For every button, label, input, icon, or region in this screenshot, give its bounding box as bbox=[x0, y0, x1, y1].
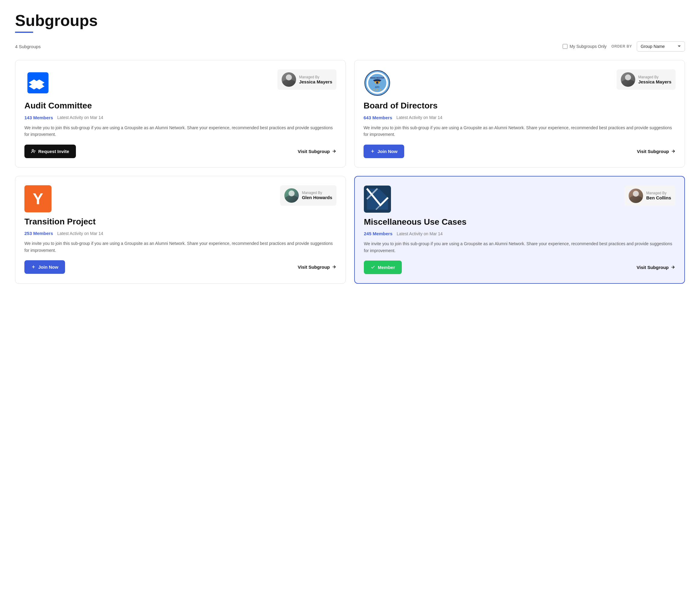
visit-subgroup-label: Visit Subgroup bbox=[298, 149, 330, 154]
card-meta: 643 Members Latest Activity on Mar 14 bbox=[363, 115, 676, 120]
subgroup-count: 4 Subgroups bbox=[15, 44, 41, 49]
manager-label: Managed By bbox=[302, 191, 332, 195]
arrow-right-icon bbox=[671, 149, 676, 154]
manager-label: Managed By bbox=[646, 191, 671, 195]
visit-subgroup-label: Visit Subgroup bbox=[298, 264, 330, 270]
join-now-button[interactable]: Join Now bbox=[24, 260, 65, 274]
my-subgroups-label-text: My Subgroups Only bbox=[570, 44, 607, 49]
member-button[interactable]: Member bbox=[364, 261, 402, 274]
card-miscellaneous-use-cases: BC Managed By Ben Collins Miscellaneous … bbox=[354, 176, 685, 284]
request-invite-button[interactable]: Request Invite bbox=[24, 145, 76, 158]
visit-subgroup-label: Visit Subgroup bbox=[637, 149, 669, 154]
title-underline bbox=[15, 31, 33, 33]
last-activity: Latest Activity on Mar 14 bbox=[396, 115, 442, 120]
svg-point-6 bbox=[32, 149, 33, 151]
card-description: We invite you to join this sub-group if … bbox=[364, 240, 675, 254]
manager-badge: BC Managed By Ben Collins bbox=[624, 186, 675, 206]
manager-badge: GH Managed By Glen Howards bbox=[280, 185, 337, 206]
visit-subgroup-button[interactable]: Visit Subgroup bbox=[637, 265, 675, 270]
my-subgroups-checkbox[interactable] bbox=[563, 44, 567, 49]
visit-subgroup-label: Visit Subgroup bbox=[637, 265, 669, 270]
card-top: MANCHESTER CITY ★ ★ ★ JM Managed By Jess… bbox=[363, 69, 676, 96]
visit-subgroup-button[interactable]: Visit Subgroup bbox=[298, 264, 337, 270]
card-title: Board of Directors bbox=[363, 101, 676, 111]
manager-info: Managed By Ben Collins bbox=[646, 191, 671, 200]
manager-badge: JM Managed By Jessica Mayers bbox=[617, 69, 676, 90]
card-audit-committee: JM Managed By Jessica Mayers Audit Commi… bbox=[15, 60, 346, 167]
card-board-of-directors: MANCHESTER CITY ★ ★ ★ JM Managed By Jess… bbox=[354, 60, 685, 167]
card-meta: 143 Members Latest Activity on Mar 14 bbox=[24, 115, 337, 120]
members-count: 253 Members bbox=[24, 231, 53, 236]
manager-name: Jessica Mayers bbox=[299, 79, 332, 84]
toolbar-right: My Subgroups Only ORDER BY Group Name Me… bbox=[563, 41, 685, 52]
visit-subgroup-button[interactable]: Visit Subgroup bbox=[637, 149, 676, 154]
manager-name: Ben Collins bbox=[646, 195, 671, 200]
manager-info: Managed By Jessica Mayers bbox=[299, 75, 332, 84]
order-by-select[interactable]: Group Name Members Count Latest Activity bbox=[637, 41, 685, 52]
card-top: BC Managed By Ben Collins bbox=[364, 186, 675, 213]
manager-label: Managed By bbox=[299, 75, 332, 79]
join-now-label: Join Now bbox=[377, 149, 398, 154]
manager-info: Managed By Glen Howards bbox=[302, 191, 332, 200]
last-activity: Latest Activity on Mar 14 bbox=[57, 115, 103, 120]
person-add-icon bbox=[31, 149, 36, 154]
cards-grid: JM Managed By Jessica Mayers Audit Commi… bbox=[15, 60, 685, 284]
manager-name: Jessica Mayers bbox=[638, 79, 672, 84]
svg-text:MANCHESTER: MANCHESTER bbox=[370, 77, 384, 79]
members-count: 245 Members bbox=[364, 231, 393, 236]
plus-icon bbox=[31, 264, 36, 269]
card-top: Y GH Managed By Glen Howards bbox=[24, 185, 337, 212]
svg-point-15 bbox=[376, 81, 378, 84]
visit-subgroup-button[interactable]: Visit Subgroup bbox=[298, 149, 337, 154]
members-count: 643 Members bbox=[363, 115, 392, 120]
card-actions: Join Now Visit Subgroup bbox=[363, 145, 676, 158]
card-actions: Member Visit Subgroup bbox=[364, 261, 675, 274]
page-title: Subgroups bbox=[15, 12, 685, 29]
plus-icon bbox=[370, 149, 375, 154]
group-logo-board-of-directors: MANCHESTER CITY ★ ★ ★ bbox=[363, 69, 391, 96]
svg-text:★ ★ ★: ★ ★ ★ bbox=[372, 88, 381, 91]
member-label: Member bbox=[378, 265, 395, 270]
card-title: Miscellaneous Use Cases bbox=[364, 217, 675, 227]
group-logo-miscellaneous-use-cases bbox=[364, 186, 391, 213]
card-meta: 245 Members Latest Activity on Mar 14 bbox=[364, 231, 675, 236]
card-description: We invite you to join this sub-group if … bbox=[363, 124, 676, 138]
card-actions: Join Now Visit Subgroup bbox=[24, 260, 337, 274]
request-invite-label: Request Invite bbox=[38, 149, 69, 154]
group-logo-audit-committee bbox=[24, 69, 52, 96]
order-by-label: ORDER BY bbox=[612, 44, 632, 49]
join-now-label: Join Now bbox=[38, 264, 58, 270]
manager-info: Managed By Jessica Mayers bbox=[638, 75, 672, 84]
toolbar: 4 Subgroups My Subgroups Only ORDER BY G… bbox=[15, 41, 685, 52]
my-subgroups-toggle[interactable]: My Subgroups Only bbox=[563, 44, 607, 49]
card-description: We invite you to join this sub-group if … bbox=[24, 124, 337, 138]
arrow-right-icon bbox=[671, 265, 675, 270]
card-meta: 253 Members Latest Activity on Mar 14 bbox=[24, 231, 337, 236]
card-top: JM Managed By Jessica Mayers bbox=[24, 69, 337, 96]
last-activity: Latest Activity on Mar 14 bbox=[397, 231, 443, 236]
page-header: Subgroups bbox=[15, 12, 685, 33]
arrow-right-icon bbox=[332, 264, 337, 269]
arrow-right-icon bbox=[332, 149, 337, 154]
manager-label: Managed By bbox=[638, 75, 672, 79]
last-activity: Latest Activity on Mar 14 bbox=[57, 231, 103, 236]
join-now-button[interactable]: Join Now bbox=[363, 145, 404, 158]
card-transition-project: Y GH Managed By Glen Howards Transition … bbox=[15, 176, 346, 284]
card-title: Transition Project bbox=[24, 216, 337, 227]
manager-badge: JM Managed By Jessica Mayers bbox=[277, 69, 337, 90]
card-actions: Request Invite Visit Subgroup bbox=[24, 145, 337, 158]
members-count: 143 Members bbox=[24, 115, 53, 120]
manager-name: Glen Howards bbox=[302, 195, 332, 200]
card-title: Audit Committee bbox=[24, 101, 337, 111]
card-description: We invite you to join this sub-group if … bbox=[24, 240, 337, 254]
checkmark-icon bbox=[370, 265, 375, 270]
